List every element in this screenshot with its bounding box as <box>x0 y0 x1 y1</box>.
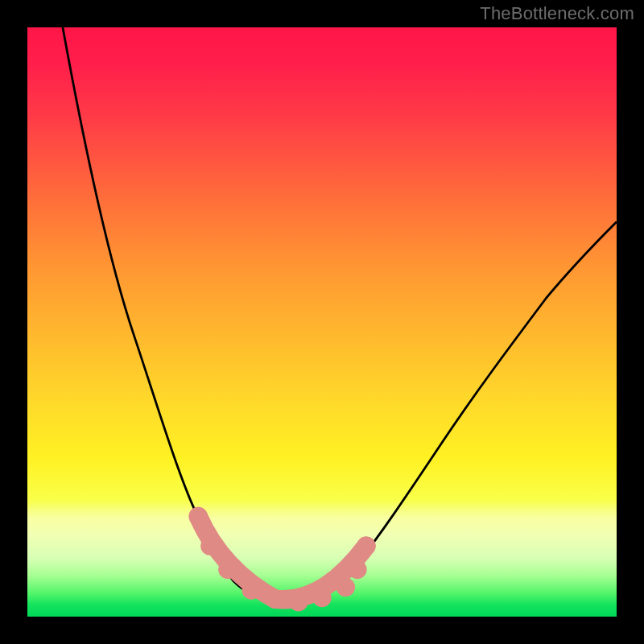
bottleneck-curve <box>63 27 617 603</box>
chart-svg <box>27 27 617 617</box>
chart-frame: TheBottleneck.com <box>0 0 644 644</box>
bottleneck-low-markers <box>189 507 376 612</box>
watermark-text: TheBottleneck.com <box>480 3 634 24</box>
chart-plot-area <box>27 27 617 617</box>
